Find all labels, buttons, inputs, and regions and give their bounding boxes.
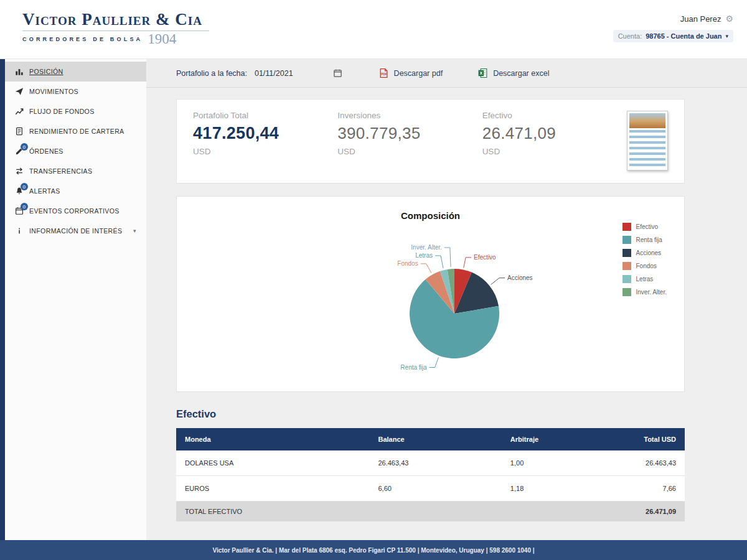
portfolio-date-label: Portafolio a la fecha: <box>176 69 247 78</box>
sidebar-item-alertas[interactable]: 0ALERTAS <box>5 181 146 201</box>
summary-currency: USD <box>337 147 482 156</box>
account-selector[interactable]: Cuenta: 98765 - Cuenta de Juan ▾ <box>613 30 733 42</box>
sidebar-item-label: ÓRDENES <box>29 147 63 155</box>
portfolio-date-value: 01/11/2021 <box>255 69 293 78</box>
send-icon <box>15 87 24 96</box>
chevron-down-icon: ▾ <box>133 228 140 234</box>
table-footer-total: 26.471,09 <box>624 502 685 522</box>
pie-label-line <box>429 358 438 368</box>
legend-label: Efectivo <box>636 223 659 230</box>
legend-label: Renta fija <box>636 236 662 243</box>
column-header-arbitraje: Arbitraje <box>502 428 624 450</box>
legend-item-acciones: Acciones <box>622 249 667 257</box>
sidebar-item-eventos-corporativos[interactable]: 0EVENTOS CORPORATIVOS <box>5 201 146 221</box>
legend-item-fondos: Fondos <box>622 262 667 270</box>
bell-icon: 0 <box>15 187 24 195</box>
pie-label-line <box>435 256 443 268</box>
pie-label-line <box>420 264 431 273</box>
pie-label-efectivo: Efectivo <box>474 254 496 261</box>
table-row: DOLARES USA26.463,431,0026.463,43 <box>176 450 685 476</box>
sidebar-item-label: INFORMACIÓN DE INTERÉS <box>29 227 122 235</box>
calendar-icon[interactable] <box>333 68 342 78</box>
legend-label: Fondos <box>636 263 657 269</box>
download-excel-button[interactable]: X Descargar excel <box>477 68 549 78</box>
pie-label-line <box>444 248 450 267</box>
logo-subtitle: CORREDORES DE BOLSA <box>22 36 143 42</box>
legend-item-renta-fija: Renta fija <box>622 236 667 244</box>
transfer-icon <box>15 167 24 175</box>
sidebar-item-label: ALERTAS <box>29 187 60 195</box>
sidebar-item-label: FLUJO DE FONDOS <box>29 108 95 115</box>
user-name: Juan Perez <box>680 14 721 24</box>
composition-pie: EfectivoAccionesRenta fijaFondosLetrasIn… <box>230 214 666 388</box>
chart-line-icon <box>15 107 24 116</box>
sidebar-item-rendimiento-de-cartera[interactable]: RENDIMIENTO DE CARTERA <box>5 121 146 141</box>
summary-currency: USD <box>193 147 337 156</box>
portfolio-date-field[interactable]: Portafolio a la fecha: 01/11/2021 <box>176 68 342 78</box>
sidebar-item-flujo-de-fondos[interactable]: FLUJO DE FONDOS <box>5 101 146 121</box>
table-footer-label: TOTAL EFECTIVO <box>176 502 624 522</box>
sidebar-item-label: POSICIÓN <box>29 68 63 75</box>
legend-item-efectivo: Efectivo <box>622 223 667 231</box>
portfolio-summary-card: Portafolio Total417.250,44USDInversiones… <box>176 99 685 184</box>
sidebar-item-movimientos[interactable]: MOVIMIENTOS <box>5 82 146 101</box>
excel-icon: X <box>477 68 488 78</box>
gear-icon[interactable]: ⚙ <box>725 14 733 24</box>
sidebar-item-informacion-de-interes[interactable]: INFORMACIÓN DE INTERÉS▾ <box>5 221 146 241</box>
summary-value: 26.471,09 <box>482 124 627 143</box>
legend-item-letras: Letras <box>622 275 667 283</box>
position-icon <box>15 67 24 76</box>
sidebar-item-transferencias[interactable]: TRANSFERENCIAS <box>5 161 146 181</box>
sidebar-item-ordenes[interactable]: 0ÓRDENES <box>5 141 146 161</box>
page-footer: Victor Paullier & Cia. | Mar del Plata 6… <box>0 540 747 560</box>
summary-portafolio-total: Portafolio Total417.250,44USD <box>193 111 337 156</box>
svg-text:X: X <box>480 71 483 75</box>
footer-text: Victor Paullier & Cia. | Mar del Plata 6… <box>212 547 534 554</box>
column-header-balance: Balance <box>369 428 501 450</box>
pdf-icon: PDF <box>378 68 389 78</box>
table-cell: 7,66 <box>624 476 685 502</box>
sidebar-item-label: RENDIMIENTO DE CARTERA <box>29 128 125 135</box>
chevron-down-icon: ▾ <box>725 33 728 39</box>
notification-badge: 0 <box>21 203 28 210</box>
table-row: EUROS6,601,187,66 <box>176 476 685 502</box>
table-cell: 26.463,43 <box>624 450 685 476</box>
legend-label: Inver. Alter. <box>636 289 667 296</box>
download-pdf-button[interactable]: PDF Descargar pdf <box>378 68 443 78</box>
report-thumbnail-photo <box>629 113 665 128</box>
sidebar-menu: POSICIÓNMOVIMIENTOSFLUJO DE FONDOSRENDIM… <box>0 59 146 540</box>
pencil-icon: 0 <box>15 147 24 156</box>
chart-legend: EfectivoRenta fijaAccionesFondosLetrasIn… <box>622 223 667 301</box>
notification-badge: 0 <box>21 143 28 151</box>
notification-badge: 0 <box>21 183 28 190</box>
logo-title: Victor Paullier & Cia <box>22 10 209 29</box>
summary-label: Portafolio Total <box>193 111 337 120</box>
table-header-row: MonedaBalanceArbitrajeTotal USD <box>176 428 685 450</box>
table-cell: 26.463,43 <box>369 450 501 476</box>
table-cell: 1,00 <box>502 450 624 476</box>
summary-value: 417.250,44 <box>193 124 337 143</box>
logo-year: 1904 <box>148 33 176 45</box>
efectivo-table: MonedaBalanceArbitrajeTotal USD DOLARES … <box>176 428 685 521</box>
account-label: Cuenta: <box>618 32 642 40</box>
pie-label-fondos: Fondos <box>397 260 418 267</box>
toolbar: Portafolio a la fecha: 01/11/2021 PDF De… <box>146 59 747 88</box>
summary-inversiones: Inversiones390.779,35USD <box>337 111 482 156</box>
pie-label-inver-alter: Inver. Alter. <box>411 244 441 251</box>
legend-swatch <box>622 275 631 283</box>
sidebar-item-posicion[interactable]: POSICIÓN <box>5 62 146 82</box>
table-cell: DOLARES USA <box>176 450 369 476</box>
info-icon <box>15 226 24 235</box>
table-footer-row: TOTAL EFECTIVO 26.471,09 <box>176 502 685 522</box>
table-cell: 6,60 <box>369 476 501 502</box>
account-value: 98765 - Cuenta de Juan <box>646 32 721 40</box>
efectivo-section-title: Efectivo <box>176 408 685 420</box>
download-pdf-label: Descargar pdf <box>394 69 443 78</box>
pie-label-acciones: Acciones <box>507 274 533 281</box>
summary-value: 390.779,35 <box>337 124 482 143</box>
legend-item-inver-alter: Inver. Alter. <box>622 288 667 296</box>
legend-label: Acciones <box>636 250 662 256</box>
report-thumbnail[interactable] <box>627 111 668 170</box>
legend-swatch <box>622 249 631 257</box>
composition-card: Composición EfectivoRenta fijaAccionesFo… <box>176 196 685 392</box>
